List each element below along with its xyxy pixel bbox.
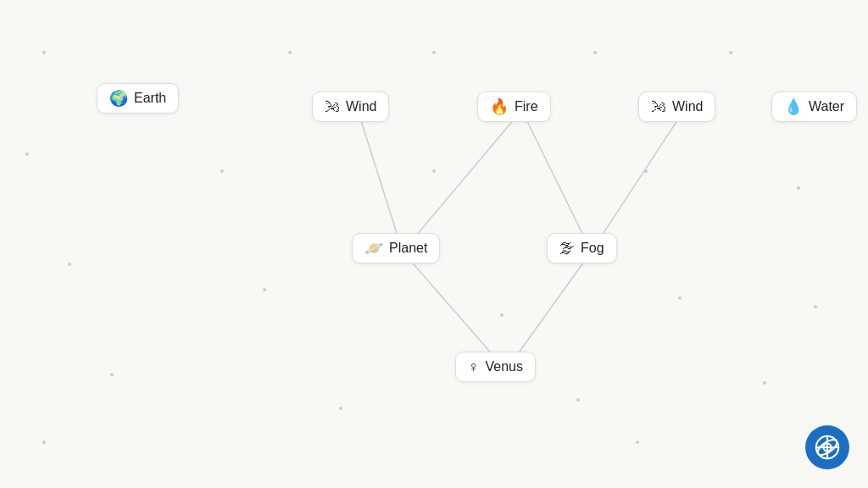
dot-10 bbox=[68, 263, 71, 266]
dot-1 bbox=[288, 51, 292, 54]
fire-icon: 🔥 bbox=[490, 99, 509, 114]
wind2-label: Wind bbox=[672, 99, 703, 114]
wind1-label: Wind bbox=[346, 99, 376, 114]
water-icon: 💧 bbox=[784, 99, 803, 114]
fire-label: Fire bbox=[515, 99, 538, 114]
planet-icon: 🪐 bbox=[364, 241, 383, 256]
dot-4 bbox=[729, 51, 732, 54]
connection-fire-planet bbox=[403, 110, 522, 252]
dot-20 bbox=[636, 441, 639, 444]
earth-icon: 🌍 bbox=[109, 91, 128, 106]
connection-wind2-fog bbox=[592, 110, 685, 252]
fog-icon: 🌫 bbox=[559, 241, 575, 256]
node-fire[interactable]: 🔥Fire bbox=[477, 92, 551, 122]
venus-icon: ♀ bbox=[468, 359, 480, 374]
wind2-icon: 🌬 bbox=[651, 99, 666, 114]
connection-wind1-planet bbox=[358, 110, 403, 252]
dot-6 bbox=[220, 169, 224, 173]
planet-label: Planet bbox=[389, 241, 427, 256]
node-earth[interactable]: 🌍Earth bbox=[97, 83, 179, 114]
node-wind1[interactable]: 🌬Wind bbox=[312, 92, 389, 122]
dot-8 bbox=[644, 169, 648, 173]
dot-5 bbox=[25, 152, 29, 156]
dot-2 bbox=[432, 51, 436, 54]
dot-17 bbox=[576, 398, 580, 402]
dot-12 bbox=[500, 313, 504, 317]
dot-9 bbox=[797, 186, 800, 190]
dot-19 bbox=[42, 441, 46, 444]
dot-7 bbox=[432, 169, 436, 173]
node-water[interactable]: 💧Water bbox=[771, 92, 857, 122]
connection-fire-fog bbox=[522, 110, 592, 252]
venus-label: Venus bbox=[486, 359, 523, 374]
dot-16 bbox=[339, 407, 342, 410]
dot-11 bbox=[263, 288, 266, 291]
node-wind2[interactable]: 🌬Wind bbox=[638, 92, 715, 122]
fog-label: Fog bbox=[581, 241, 604, 256]
dot-3 bbox=[593, 51, 597, 54]
dot-15 bbox=[110, 373, 114, 376]
water-label: Water bbox=[809, 99, 844, 114]
node-fog[interactable]: 🌫Fog bbox=[547, 233, 617, 263]
dot-14 bbox=[814, 305, 817, 308]
earth-label: Earth bbox=[134, 91, 166, 106]
dot-18 bbox=[763, 381, 766, 385]
node-venus[interactable]: ♀Venus bbox=[455, 352, 536, 382]
fab-button[interactable] bbox=[805, 425, 849, 469]
wind1-icon: 🌬 bbox=[325, 99, 340, 114]
dot-0 bbox=[42, 51, 46, 54]
dot-13 bbox=[678, 297, 682, 300]
node-planet[interactable]: 🪐Planet bbox=[352, 233, 440, 263]
